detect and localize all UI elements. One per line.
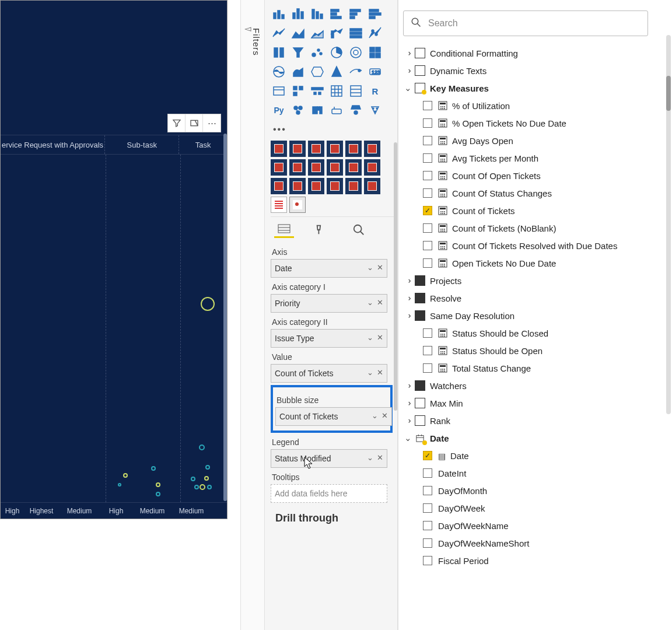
analytics-tab[interactable] [349,222,369,238]
visual-type-35[interactable] [367,102,383,118]
visual-type-34[interactable] [348,102,364,118]
visual-type-18[interactable] [271,64,287,80]
table-dynamic-texts[interactable]: ⌄Dynamic Texts [403,62,664,79]
chevron-icon[interactable]: ⌄ [403,433,412,443]
chevron-icon[interactable]: ⌄ [402,66,413,75]
chevron-icon[interactable]: ⌄ [402,416,413,425]
field-status-should-be-open[interactable]: Status Should be Open [403,342,664,359]
field-count-of-tickets[interactable]: ✓Count of Tickets [403,202,664,219]
visual-type-24[interactable] [271,83,287,99]
visual-type-13[interactable] [290,44,306,61]
remove-field-icon[interactable]: ✕ [377,298,383,307]
field-checkbox[interactable] [423,328,432,338]
field-dayofweeknameshort[interactable]: DayOfWeekNameShort [403,534,664,552]
field-well-axis-category-ii[interactable]: Issue Type⌄✕ [271,329,387,348]
table-conditional-formatting[interactable]: ⌄Conditional Formatting [403,44,664,62]
visual-type-5[interactable] [367,6,383,22]
visual-type-11[interactable] [367,25,383,41]
custom-visual-17[interactable] [364,178,380,194]
data-bubble[interactable] [205,465,210,470]
visual-type-30[interactable]: Py [271,102,287,118]
custom-visual-6[interactable] [271,159,287,176]
table-max-min[interactable]: ⌄Max Min [403,394,664,412]
custom-visual-10[interactable] [345,159,362,176]
chevron-icon[interactable]: ⌄ [402,311,413,320]
field-date[interactable]: ✓Date [403,447,664,464]
field-count-of-status-changes[interactable]: Count Of Status Changes [403,184,664,202]
visual-type-2[interactable] [309,6,326,22]
data-bubble[interactable] [156,482,160,487]
field-checkbox[interactable] [423,188,432,198]
visual-type-22[interactable] [348,64,364,80]
custom-visual-8[interactable] [308,159,324,176]
custom-visual-4[interactable] [345,141,362,157]
chevron-icon[interactable]: ⌄ [402,381,413,390]
visual-type-32[interactable] [309,102,326,118]
focus-mode-icon[interactable] [186,114,203,132]
more-visuals-icon[interactable]: ••• [271,122,394,141]
custom-visual-14[interactable] [308,178,324,194]
data-bubble[interactable] [200,484,205,490]
visual-type-3[interactable] [328,6,345,22]
table-date[interactable]: ⌄Date [403,429,664,447]
data-bubble[interactable] [201,297,215,311]
remove-field-icon[interactable]: ✕ [382,411,388,420]
custom-visual-19[interactable] [289,197,306,213]
visual-type-27[interactable] [328,83,345,99]
field-dayofweek[interactable]: DayOfWeek [403,499,664,517]
custom-visual-9[interactable] [327,159,343,176]
field-checkbox[interactable] [423,101,432,110]
custom-visual-12[interactable] [271,178,287,194]
table-same-day-resolution[interactable]: ⌄Same Day Resolution [403,307,664,324]
custom-visual-18[interactable] [271,197,287,213]
table-watchers[interactable]: ⌄Watchers [403,377,664,394]
fields-search-input[interactable]: Search [403,10,648,36]
field-well-tooltips[interactable]: Add data fields here [271,484,387,503]
data-bubble[interactable] [194,485,199,489]
visual-type-14[interactable] [309,44,326,61]
chevron-down-icon[interactable]: ⌄ [367,298,373,307]
field-well-bubble-size[interactable]: Count of Tickets⌄✕ [275,407,392,426]
custom-visual-3[interactable] [327,141,343,157]
chevron-down-icon[interactable]: ⌄ [367,333,373,342]
remove-field-icon[interactable]: ✕ [377,453,383,462]
field-checkbox[interactable] [423,503,432,513]
chevron-down-icon[interactable]: ⌄ [372,411,378,420]
field-checkbox[interactable] [423,538,432,548]
visual-type-29[interactable]: R [367,83,383,99]
data-bubble[interactable] [151,466,156,471]
table-key-measures[interactable]: ⌄Key Measures [403,79,664,97]
field-total-status-change[interactable]: Total Status Change [403,359,664,377]
field-checkbox[interactable] [423,223,432,233]
chevron-icon[interactable]: ⌄ [403,83,412,93]
report-canvas[interactable]: ⋯ ervice Request with Approvals Sub-task… [0,0,240,630]
custom-visual-5[interactable] [364,141,380,157]
visual-type-16[interactable] [348,44,364,61]
custom-visual-7[interactable] [289,159,306,176]
chevron-down-icon[interactable]: ⌄ [367,263,373,272]
field-count-of-tickets-resolved-with-due-dates[interactable]: Count Of Tickets Resolved with Due Dates [403,237,664,254]
custom-visual-15[interactable] [327,178,343,194]
custom-visual-1[interactable] [289,141,306,157]
field-well-axis[interactable]: Date⌄✕ [271,259,387,278]
table-resolve[interactable]: ⌄Resolve [403,289,664,307]
visual-type-1[interactable] [290,6,306,22]
fields-scroll-thumb[interactable] [666,76,671,111]
field-avg-tickets-per-month[interactable]: Avg Tickets per Month [403,149,664,167]
visual-type-28[interactable] [348,83,364,99]
visual-type-25[interactable] [290,83,306,99]
data-bubble[interactable] [199,444,205,450]
chevron-down-icon[interactable]: ⌄ [367,368,373,377]
field-checkbox[interactable]: ✓ [423,451,432,460]
field-checkbox[interactable] [423,346,432,355]
field-dayofmonth[interactable]: DayOfMonth [403,482,664,499]
visual-type-33[interactable] [328,102,345,118]
visual-type-21[interactable] [328,64,345,80]
field-checkbox[interactable] [423,153,432,163]
data-bubble[interactable] [207,485,212,489]
chevron-down-icon[interactable]: ⌄ [367,453,373,462]
field-checkbox[interactable]: ✓ [423,206,432,215]
visual-type-7[interactable] [290,25,306,41]
field-open-tickets-no-due-date[interactable]: Open Tickets No Due Date [403,254,664,272]
field-avg-days-open[interactable]: Avg Days Open [403,132,664,149]
